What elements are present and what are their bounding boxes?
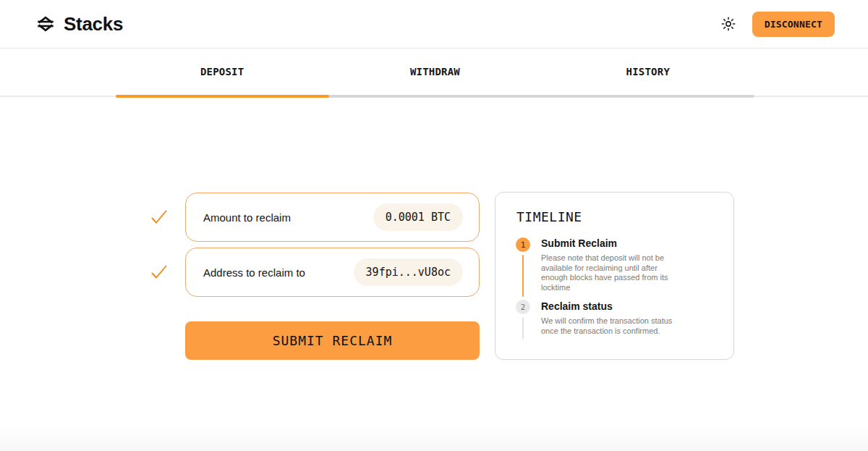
header: Stacks DISCONNECT: [0, 0, 868, 49]
step-connector-pending: [522, 317, 524, 340]
step-1-title: Submit Reclaim: [541, 237, 693, 249]
tab-history[interactable]: HISTORY: [542, 49, 754, 98]
header-actions: DISCONNECT: [720, 12, 835, 37]
tab-deposit[interactable]: DEPOSIT: [116, 49, 328, 98]
amount-value: 0.0001 BTC: [373, 203, 463, 231]
step-1-badge: 1: [516, 237, 530, 252]
disconnect-button[interactable]: DISCONNECT: [752, 12, 835, 37]
address-field[interactable]: Address to reclaim to 39fpi...vU8oc: [185, 248, 480, 297]
valid-check-icon: [150, 208, 169, 227]
brand-name: Stacks: [64, 13, 123, 35]
submit-reclaim-button[interactable]: SUBMIT RECLAIM: [185, 321, 480, 360]
timeline-title: TIMELINE: [516, 209, 582, 224]
valid-check-icon: [150, 263, 169, 282]
sun-icon[interactable]: [720, 16, 736, 32]
address-label: Address to reclaim to: [203, 266, 305, 279]
stacks-logo-icon: [35, 13, 56, 35]
brand-home-link[interactable]: Stacks: [35, 13, 123, 35]
address-value: 39fpi...vU8oc: [354, 258, 463, 286]
amount-field[interactable]: Amount to reclaim 0.0001 BTC: [185, 193, 480, 242]
step-1-description: Please note that deposit will not be ava…: [541, 253, 686, 292]
timeline-card: TIMELINE 1 Submit Reclaim Please note th…: [495, 192, 734, 360]
tab-withdraw[interactable]: WITHDRAW: [328, 49, 541, 98]
step-connector-active: [522, 255, 524, 297]
timeline-step-1: Submit Reclaim Please note that deposit …: [541, 237, 693, 292]
tab-track: [116, 95, 754, 98]
tabbar: DEPOSIT WITHDRAW HISTORY: [0, 49, 868, 98]
amount-label: Amount to reclaim: [203, 211, 291, 224]
step-2-badge: 2: [516, 300, 530, 314]
active-tab-indicator: [116, 95, 329, 98]
timeline-step-2: Reclaim status We will confirm the trans…: [541, 300, 693, 336]
step-2-title: Reclaim status: [541, 300, 693, 312]
step-2-description: We will confirm the transaction status o…: [541, 316, 686, 336]
